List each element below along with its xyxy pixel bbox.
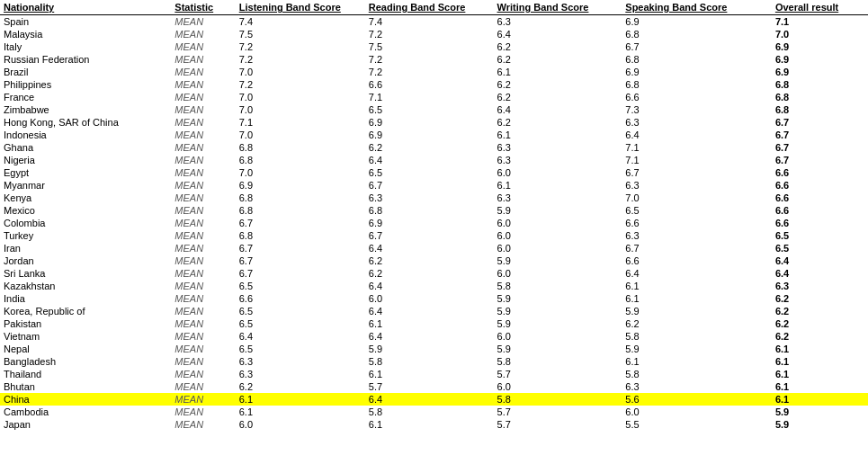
table-row: Sri LankaMEAN6.76.26.06.46.4 (0, 267, 868, 280)
cell-reading: 6.1 (365, 368, 494, 380)
cell-overall: 6.8 (772, 91, 868, 103)
cell-reading: 7.5 (365, 40, 494, 53)
cell-writing: 5.9 (494, 343, 622, 355)
cell-statistic: MEAN (171, 204, 235, 217)
cell-nationality: Iran (0, 242, 171, 254)
cell-writing: 6.0 (494, 330, 622, 343)
cell-speaking: 7.1 (622, 141, 772, 154)
header-listening: Listening Band Score (236, 0, 365, 15)
cell-overall: 6.2 (772, 317, 868, 330)
cell-listening: 7.0 (236, 166, 365, 179)
cell-statistic: MEAN (171, 66, 235, 78)
cell-statistic: MEAN (171, 280, 235, 292)
cell-overall: 6.6 (772, 166, 868, 179)
table-row: MexicoMEAN6.86.85.96.56.6 (0, 204, 868, 217)
cell-statistic: MEAN (171, 393, 235, 406)
cell-reading: 6.4 (365, 280, 494, 292)
cell-speaking: 6.1 (622, 355, 772, 368)
cell-speaking: 6.3 (622, 116, 772, 129)
cell-overall: 5.9 (772, 418, 868, 431)
cell-nationality: Thailand (0, 368, 171, 380)
cell-writing: 6.0 (494, 242, 622, 254)
table-row: ChinaMEAN6.16.45.85.66.1 (0, 393, 868, 406)
cell-writing: 6.2 (494, 91, 622, 103)
cell-nationality: Russian Federation (0, 53, 171, 66)
cell-overall: 6.1 (772, 355, 868, 368)
cell-reading: 6.4 (365, 242, 494, 254)
header-writing: Writing Band Score (494, 0, 622, 15)
cell-reading: 7.4 (365, 15, 494, 29)
cell-reading: 6.9 (365, 129, 494, 141)
cell-statistic: MEAN (171, 103, 235, 116)
cell-writing: 6.0 (494, 166, 622, 179)
cell-reading: 6.5 (365, 166, 494, 179)
cell-speaking: 6.7 (622, 40, 772, 53)
cell-nationality: Turkey (0, 229, 171, 242)
cell-listening: 6.7 (236, 217, 365, 229)
cell-listening: 6.7 (236, 267, 365, 280)
cell-speaking: 6.1 (622, 280, 772, 292)
cell-nationality: Zimbabwe (0, 103, 171, 116)
cell-listening: 6.8 (236, 204, 365, 217)
cell-speaking: 6.3 (622, 229, 772, 242)
cell-speaking: 5.9 (622, 343, 772, 355)
cell-reading: 6.1 (365, 418, 494, 431)
cell-overall: 6.7 (772, 154, 868, 166)
cell-overall: 6.3 (772, 280, 868, 292)
cell-speaking: 6.3 (622, 380, 772, 393)
table-row: IranMEAN6.76.46.06.76.5 (0, 242, 868, 254)
table-row: GhanaMEAN6.86.26.37.16.7 (0, 141, 868, 154)
cell-reading: 6.4 (365, 154, 494, 166)
table-row: CambodiaMEAN6.15.85.76.05.9 (0, 406, 868, 418)
cell-overall: 6.6 (772, 204, 868, 217)
cell-overall: 6.7 (772, 141, 868, 154)
header-row: Nationality Statistic Listening Band Sco… (0, 0, 868, 15)
table-row: IndonesiaMEAN7.06.96.16.46.7 (0, 129, 868, 141)
cell-overall: 6.1 (772, 343, 868, 355)
cell-listening: 6.5 (236, 280, 365, 292)
cell-statistic: MEAN (171, 40, 235, 53)
cell-statistic: MEAN (171, 292, 235, 305)
table-row: BhutanMEAN6.25.76.06.36.1 (0, 380, 868, 393)
cell-overall: 6.5 (772, 242, 868, 254)
cell-statistic: MEAN (171, 154, 235, 166)
cell-reading: 6.0 (365, 292, 494, 305)
cell-overall: 6.1 (772, 393, 868, 406)
cell-nationality: Philippines (0, 78, 171, 91)
cell-writing: 6.3 (494, 141, 622, 154)
cell-statistic: MEAN (171, 254, 235, 267)
cell-writing: 5.7 (494, 406, 622, 418)
cell-listening: 7.0 (236, 129, 365, 141)
cell-reading: 6.1 (365, 317, 494, 330)
cell-speaking: 7.0 (622, 192, 772, 204)
cell-listening: 6.3 (236, 368, 365, 380)
cell-reading: 6.8 (365, 204, 494, 217)
cell-writing: 6.2 (494, 116, 622, 129)
cell-listening: 6.6 (236, 292, 365, 305)
cell-nationality: China (0, 393, 171, 406)
cell-statistic: MEAN (171, 418, 235, 431)
cell-writing: 6.3 (494, 15, 622, 29)
cell-statistic: MEAN (171, 380, 235, 393)
cell-statistic: MEAN (171, 217, 235, 229)
cell-listening: 7.5 (236, 28, 365, 40)
cell-overall: 6.4 (772, 267, 868, 280)
header-speaking: Speaking Band Score (622, 0, 772, 15)
table-row: EgyptMEAN7.06.56.06.76.6 (0, 166, 868, 179)
cell-nationality: Ghana (0, 141, 171, 154)
cell-reading: 6.7 (365, 229, 494, 242)
cell-speaking: 5.6 (622, 393, 772, 406)
cell-nationality: Egypt (0, 166, 171, 179)
cell-nationality: Italy (0, 40, 171, 53)
cell-listening: 7.0 (236, 103, 365, 116)
cell-reading: 5.7 (365, 380, 494, 393)
cell-overall: 6.7 (772, 129, 868, 141)
cell-nationality: Bangladesh (0, 355, 171, 368)
cell-statistic: MEAN (171, 166, 235, 179)
table-row: ZimbabweMEAN7.06.56.47.36.8 (0, 103, 868, 116)
cell-overall: 6.8 (772, 78, 868, 91)
cell-nationality: Spain (0, 15, 171, 29)
cell-writing: 6.4 (494, 103, 622, 116)
cell-writing: 6.4 (494, 28, 622, 40)
cell-speaking: 6.6 (622, 91, 772, 103)
